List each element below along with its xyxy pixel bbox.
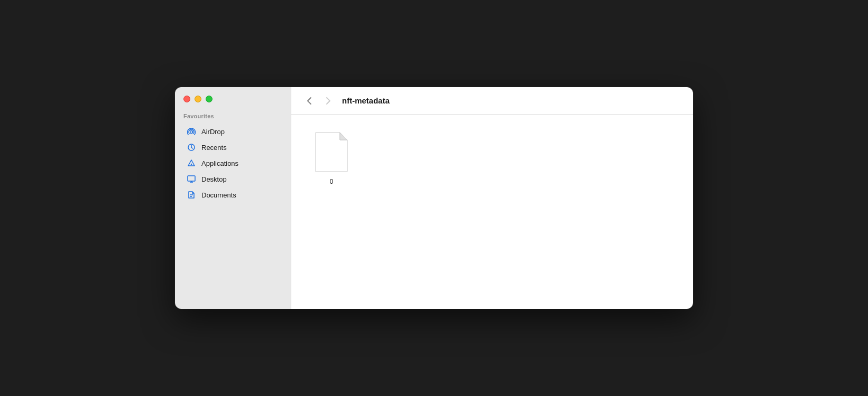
file-name: 0 <box>330 178 334 185</box>
traffic-lights <box>175 87 291 113</box>
applications-icon <box>187 158 196 168</box>
airdrop-icon <box>187 127 196 136</box>
close-button[interactable] <box>183 96 190 102</box>
favourites-label: Favourites <box>175 113 291 124</box>
documents-icon <box>187 190 196 200</box>
sidebar-item-recents[interactable]: Recents <box>178 139 288 155</box>
window-title: nft-metadata <box>342 96 390 105</box>
documents-label: Documents <box>201 191 236 199</box>
sidebar-item-applications[interactable]: Applications <box>178 155 288 171</box>
sidebar: Favourites AirDrop Recents <box>175 87 291 309</box>
applications-label: Applications <box>201 159 238 167</box>
svg-point-2 <box>191 164 192 165</box>
airdrop-label: AirDrop <box>201 128 225 136</box>
recents-icon <box>187 143 196 152</box>
desktop-icon <box>187 174 196 184</box>
toolbar: nft-metadata <box>291 87 693 115</box>
main-content: nft-metadata 0 <box>291 87 693 309</box>
file-item[interactable]: 0 <box>312 130 350 185</box>
sidebar-item-desktop[interactable]: Desktop <box>178 171 288 187</box>
back-button[interactable] <box>302 93 317 108</box>
file-area: 0 <box>291 115 693 309</box>
sidebar-item-airdrop[interactable]: AirDrop <box>178 124 288 139</box>
sidebar-item-documents[interactable]: Documents <box>178 187 288 203</box>
finder-window: Favourites AirDrop Recents <box>175 87 693 309</box>
svg-rect-3 <box>188 176 195 181</box>
forward-button[interactable] <box>321 93 336 108</box>
svg-point-0 <box>190 131 193 134</box>
minimize-button[interactable] <box>195 96 201 102</box>
maximize-button[interactable] <box>206 96 213 102</box>
recents-label: Recents <box>201 144 227 152</box>
file-icon <box>312 130 350 174</box>
desktop-label: Desktop <box>201 175 227 183</box>
